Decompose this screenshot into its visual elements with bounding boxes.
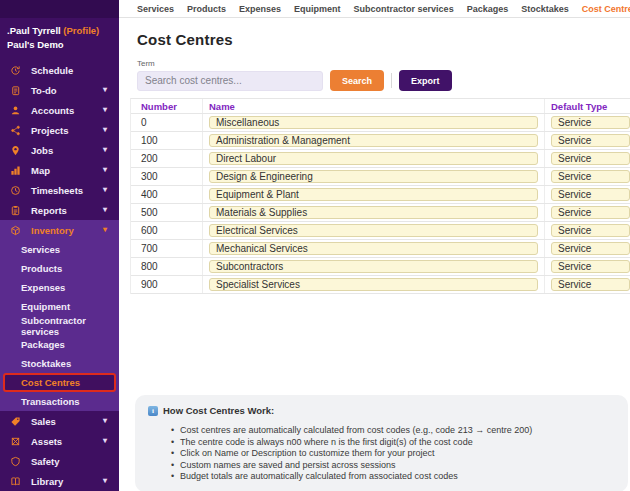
sidebar: .Paul Tyrrell (Profile) Paul's Demo Sche… xyxy=(0,0,119,491)
sidebar-item-inventory[interactable]: Inventory xyxy=(0,220,119,240)
cost-centre-name-field[interactable]: Design & Engineering xyxy=(209,170,538,183)
cost-centre-name-field[interactable]: Administration & Management xyxy=(209,134,538,147)
jobs-icon xyxy=(10,145,21,156)
table-body: 0 Miscellaneous Service 100 Administrati… xyxy=(131,114,630,294)
profile-link[interactable]: (Profile) xyxy=(63,25,99,36)
sidebar-subitem[interactable]: Products xyxy=(0,259,119,278)
sidebar-item-sales[interactable]: Sales xyxy=(0,411,119,431)
sidebar-item-todo[interactable]: To-do xyxy=(0,80,119,100)
chevron-down-icon xyxy=(103,86,107,94)
todo-icon xyxy=(10,85,21,96)
chevron-down-icon xyxy=(103,166,107,174)
cost-centre-number: 200 xyxy=(141,153,158,164)
info-icon xyxy=(148,406,158,416)
table-row: 500 Materials & Supplies Service xyxy=(131,204,630,222)
cost-centre-number: 500 xyxy=(141,207,158,218)
cost-centre-type-field[interactable]: Service xyxy=(551,260,630,273)
projects-icon xyxy=(10,125,21,136)
sidebar-item-safety[interactable]: Safety xyxy=(0,451,119,471)
sidebar-item-library[interactable]: Library xyxy=(0,471,119,491)
sidebar-subitem[interactable]: Services xyxy=(0,240,119,259)
schedule-icon xyxy=(10,65,21,76)
top-tab[interactable]: Expenses xyxy=(239,4,281,14)
top-tab[interactable]: Products xyxy=(187,4,226,14)
button-divider xyxy=(391,73,392,88)
info-bullet: Custom names are saved and persist acros… xyxy=(171,460,616,472)
cost-centre-type-field[interactable]: Service xyxy=(551,242,630,255)
workspace-name: Paul's Demo xyxy=(7,38,115,52)
sidebar-item-assets[interactable]: Assets xyxy=(0,431,119,451)
top-tab[interactable]: Equipment xyxy=(294,4,341,14)
cost-centre-name-field[interactable]: Electrical Services xyxy=(209,224,538,237)
search-button[interactable]: Search xyxy=(330,70,384,91)
inventory-section: Inventory Services Products Expenses Equ… xyxy=(0,220,119,411)
sidebar-item-accounts[interactable]: Accounts xyxy=(0,100,119,120)
sidebar-item-reports[interactable]: Reports xyxy=(0,200,119,220)
sidebar-subitem[interactable]: Stocktakes xyxy=(0,354,119,373)
table-row: 900 Specialist Services Service xyxy=(131,276,630,294)
info-bullet-list: Cost centres are automatically calculate… xyxy=(148,425,616,483)
cost-centre-type-field[interactable]: Service xyxy=(551,206,630,219)
sidebar-item-jobs[interactable]: Jobs xyxy=(0,140,119,160)
top-tab[interactable]: Stocktakes xyxy=(521,4,569,14)
assets-icon xyxy=(10,436,21,447)
cost-centre-type-field[interactable]: Service xyxy=(551,170,630,183)
info-bullet: The centre code is always n00 where n is… xyxy=(171,437,616,449)
cost-centre-type-field[interactable]: Service xyxy=(551,134,630,147)
table-header-row: Number Name Default Type xyxy=(131,99,630,114)
sidebar-item-map[interactable]: Map xyxy=(0,160,119,180)
cost-centre-number: 900 xyxy=(141,279,158,290)
accounts-icon xyxy=(10,105,21,116)
inventory-subitems: Services Products Expenses Equipment Sub… xyxy=(0,240,119,411)
info-bullet: Click on Name or Description to customiz… xyxy=(171,448,616,460)
info-bullet: Cost centres are automatically calculate… xyxy=(171,425,616,437)
table-row: 0 Miscellaneous Service xyxy=(131,114,630,132)
sidebar-item-projects[interactable]: Projects xyxy=(0,120,119,140)
cost-centres-table: Number Name Default Type 0 Miscellaneous… xyxy=(130,98,630,294)
cost-centre-name-field[interactable]: Mechanical Services xyxy=(209,242,538,255)
cost-centre-type-field[interactable]: Service xyxy=(551,152,630,165)
cost-centre-name-field[interactable]: Direct Labour xyxy=(209,152,538,165)
info-box-title: How Cost Centres Work: xyxy=(163,405,274,416)
sidebar-item-schedule[interactable]: Schedule xyxy=(0,60,119,80)
cost-centre-name-field[interactable]: Equipment & Plant xyxy=(209,188,538,201)
timesheets-icon xyxy=(10,185,21,196)
profile-line[interactable]: .Paul Tyrrell (Profile) xyxy=(7,24,115,38)
chevron-down-icon xyxy=(103,146,107,154)
sidebar-subitem[interactable]: Subcontractor services xyxy=(0,316,119,335)
cost-centre-name-field[interactable]: Miscellaneous xyxy=(209,116,538,129)
sidebar-subitem[interactable]: Cost Centres xyxy=(3,373,116,392)
cost-centre-number: 700 xyxy=(141,243,158,254)
search-input[interactable] xyxy=(137,71,323,91)
sidebar-item-timesheets[interactable]: Timesheets xyxy=(0,180,119,200)
sidebar-subitem[interactable]: Transactions xyxy=(0,392,119,411)
reports-icon xyxy=(10,205,21,216)
cost-centre-name-field[interactable]: Materials & Supplies xyxy=(209,206,538,219)
sidebar-top-strip xyxy=(0,0,119,18)
cost-centre-number: 0 xyxy=(141,117,147,128)
sidebar-subitem[interactable]: Expenses xyxy=(0,278,119,297)
cost-centre-name-field[interactable]: Subcontractors xyxy=(209,260,538,273)
sidebar-nav: Schedule To-do Accounts Projects Jobs Ma… xyxy=(0,60,119,220)
profile-block: .Paul Tyrrell (Profile) Paul's Demo xyxy=(0,18,119,56)
sales-icon xyxy=(10,416,21,427)
sidebar-subitem[interactable]: Packages xyxy=(0,335,119,354)
cost-centre-type-field[interactable]: Service xyxy=(551,278,630,291)
cost-centre-type-field[interactable]: Service xyxy=(551,116,630,129)
main-content: Services Products Expenses Equipment Sub… xyxy=(119,0,630,491)
info-box-title-row: How Cost Centres Work: xyxy=(148,405,616,416)
export-button[interactable]: Export xyxy=(399,70,452,91)
top-tab[interactable]: Packages xyxy=(467,4,509,14)
top-tab[interactable]: Cost Centres xyxy=(582,4,630,14)
table-row: 400 Equipment & Plant Service xyxy=(131,186,630,204)
top-tab[interactable]: Services xyxy=(137,4,174,14)
cost-centre-number: 100 xyxy=(141,135,158,146)
cost-centre-name-field[interactable]: Specialist Services xyxy=(209,278,538,291)
table-row: 300 Design & Engineering Service xyxy=(131,168,630,186)
column-header-name: Name xyxy=(202,99,544,113)
cost-centre-type-field[interactable]: Service xyxy=(551,224,630,237)
cost-centre-type-field[interactable]: Service xyxy=(551,188,630,201)
map-icon xyxy=(10,165,21,176)
sidebar-subitem[interactable]: Equipment xyxy=(0,297,119,316)
top-tab[interactable]: Subcontractor services xyxy=(354,4,454,14)
